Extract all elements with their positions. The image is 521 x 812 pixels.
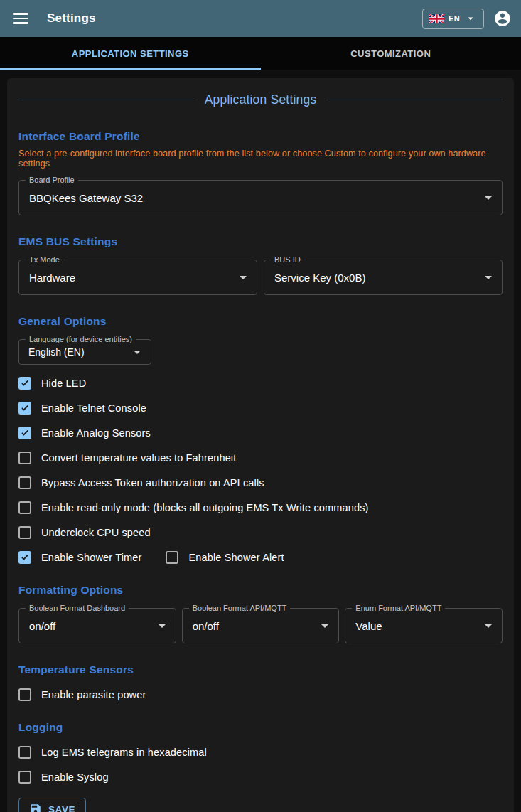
save-button[interactable]: SAVE [18, 798, 86, 812]
dropdown-arrow-icon [480, 189, 497, 206]
shower-options-row: Enable Shower Timer Enable Shower Alert [18, 550, 503, 564]
tab-customization[interactable]: CUSTOMIZATION [261, 37, 521, 70]
save-button-label: SAVE [48, 804, 75, 812]
select-label: BUS ID [271, 255, 304, 264]
select-label: Board Profile [26, 176, 78, 184]
checkbox-box[interactable] [18, 771, 31, 784]
tab-bar: APPLICATION SETTINGS CUSTOMIZATION [0, 37, 521, 70]
checkmark-icon [20, 427, 30, 438]
enum-format-api-mqtt-select[interactable]: Enum Format API/MQTT Value [345, 608, 503, 643]
board-profile-select[interactable]: Board Profile BBQKees Gateway S32 [18, 180, 503, 215]
select-value: Hardware [29, 272, 75, 284]
dropdown-arrow-icon [129, 343, 146, 360]
app-title: Settings [47, 11, 96, 26]
select-label: Tx Mode [26, 255, 63, 264]
checkbox-enable-analog-sensors[interactable]: Enable Analog Sensors [18, 426, 503, 439]
checkbox-hide-led[interactable]: Hide LED [18, 376, 503, 390]
boolean-format-dashboard-select[interactable]: Boolean Format Dashboard on/off [18, 608, 176, 643]
select-value: Value [355, 620, 382, 632]
section-heading-ems-bus: EMS BUS Settings [18, 235, 503, 248]
checkbox-bypass-access-token[interactable]: Bypass Access Token authorization on API… [18, 476, 503, 489]
menu-button[interactable] [11, 9, 30, 28]
dropdown-arrow-icon [154, 617, 171, 634]
section-heading-temperature-sensors: Temperature Sensors [18, 663, 503, 676]
save-icon [29, 803, 42, 812]
content-title-row: Application Settings [18, 92, 503, 107]
app-bar: Settings EN [0, 0, 521, 37]
section-heading-logging: Logging [18, 721, 503, 734]
section-heading-general: General Options [18, 315, 503, 328]
bus-id-select[interactable]: BUS ID Service Key (0x0B) [264, 260, 503, 295]
section-heading-interface-board: Interface Board Profile [18, 130, 503, 143]
checkbox-box[interactable] [18, 427, 31, 439]
checkmark-icon [20, 402, 30, 413]
account-button[interactable] [493, 9, 512, 28]
checkbox-convert-fahrenheit[interactable]: Convert temperature values to Fahrenheit [18, 451, 503, 464]
checkbox-underclock-cpu[interactable]: Underclock CPU speed [18, 525, 503, 539]
checkbox-log-ems-hexadecimal[interactable]: Log EMS telegrams in hexadecimal [18, 745, 503, 759]
divider-line [326, 100, 503, 100]
select-value: English (EN) [28, 346, 85, 358]
select-value: BBQKees Gateway S32 [29, 192, 143, 204]
settings-panel: Application Settings Interface Board Pro… [7, 78, 514, 812]
content-title: Application Settings [205, 92, 317, 107]
checkbox-box[interactable] [18, 402, 31, 415]
dropdown-arrow-icon [480, 269, 497, 286]
caret-down-icon [464, 12, 477, 25]
checkbox-box[interactable] [18, 377, 31, 390]
checkbox-enable-parasite-power[interactable]: Enable parasite power [18, 688, 503, 701]
checkbox-box[interactable] [18, 551, 31, 564]
section-heading-formatting: Formatting Options [18, 584, 503, 597]
checkbox-enable-telnet-console[interactable]: Enable Telnet Console [18, 401, 503, 415]
dropdown-arrow-icon [235, 269, 252, 286]
select-label: Boolean Format Dashboard [26, 604, 129, 612]
checkbox-box[interactable] [18, 526, 31, 539]
select-label: Boolean Format API/MQTT [189, 604, 291, 612]
dropdown-arrow-icon [316, 617, 333, 634]
language-entities-select[interactable]: Language (for device entities) English (… [18, 339, 151, 365]
language-code: EN [449, 14, 460, 23]
tab-label: APPLICATION SETTINGS [72, 48, 189, 59]
checkbox-enable-shower-alert[interactable]: Enable Shower Alert [166, 551, 284, 564]
select-label: Enum Format API/MQTT [352, 604, 445, 612]
checkbox-enable-syslog[interactable]: Enable Syslog [18, 770, 503, 784]
checkbox-box[interactable] [18, 688, 31, 701]
checkbox-box[interactable] [166, 551, 178, 564]
divider-line [18, 100, 195, 100]
checkbox-read-only-mode[interactable]: Enable read-only mode (blocks all outgoi… [18, 501, 503, 514]
dropdown-arrow-icon [480, 617, 497, 634]
boolean-format-api-mqtt-select[interactable]: Boolean Format API/MQTT on/off [182, 608, 340, 643]
language-selector-button[interactable]: EN [422, 9, 484, 29]
tab-application-settings[interactable]: APPLICATION SETTINGS [0, 37, 261, 70]
checkmark-icon [20, 378, 30, 388]
select-value: Service Key (0x0B) [274, 272, 365, 284]
account-circle-icon [493, 9, 512, 28]
checkbox-enable-shower-timer[interactable]: Enable Shower Timer [18, 551, 141, 564]
uk-flag-icon [429, 14, 444, 23]
select-value: on/off [29, 620, 55, 632]
tx-mode-select[interactable]: Tx Mode Hardware [18, 260, 257, 295]
select-label: Language (for device entities) [26, 335, 136, 343]
tab-label: CUSTOMIZATION [350, 48, 431, 59]
board-profile-description: Select a pre-configured interface board … [18, 149, 503, 169]
hamburger-icon [13, 13, 28, 15]
checkbox-box[interactable] [18, 746, 31, 759]
checkbox-box[interactable] [18, 452, 31, 464]
checkmark-icon [20, 552, 30, 562]
select-value: on/off [193, 620, 219, 632]
app-bar-actions: EN [422, 9, 512, 29]
checkbox-box[interactable] [18, 501, 31, 514]
checkbox-box[interactable] [18, 476, 31, 489]
